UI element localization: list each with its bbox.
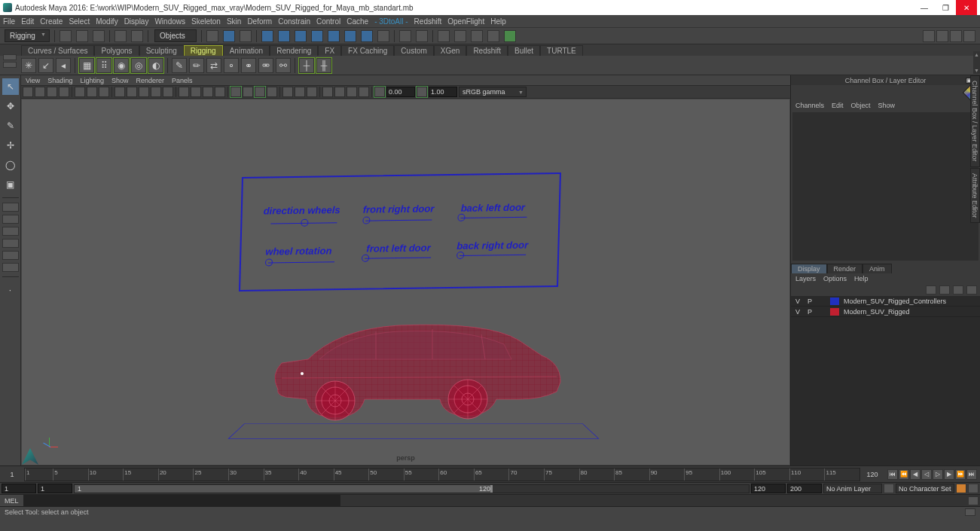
vp-ao-icon[interactable] [322, 87, 333, 97]
layout-single-icon[interactable] [2, 203, 19, 212]
layer-movedown-icon[interactable] [939, 285, 950, 294]
shelf-tab-redshift[interactable]: Redshift [466, 45, 508, 56]
le-menu-layers[interactable]: Layers [795, 275, 816, 282]
sel-by-object-icon[interactable] [223, 30, 235, 42]
playback-start-input[interactable]: 1 [38, 484, 72, 493]
vp-grease-pencil-icon[interactable] [87, 87, 97, 97]
vp-grid-icon[interactable] [99, 87, 109, 97]
layer-new-empty-icon[interactable] [953, 285, 963, 294]
shelf-tab-custom[interactable]: Custom [394, 45, 433, 56]
scale-tool-icon[interactable]: ▣ [2, 176, 19, 193]
vp-menu-renderer[interactable]: Renderer [136, 77, 164, 84]
menu-skin[interactable]: Skin [227, 17, 241, 26]
ipr-render-icon[interactable] [454, 30, 466, 42]
lock-selection-icon[interactable] [377, 30, 389, 42]
shelf-ikspline-icon[interactable]: ◂ [56, 58, 71, 73]
shelf-joint-icon[interactable]: ✳ [21, 58, 36, 73]
ctrl-slider-back-left-door[interactable] [460, 217, 527, 218]
snap-view-icon[interactable] [328, 30, 340, 42]
shelf-blend-icon[interactable]: ◐ [148, 58, 163, 73]
cb-menu-show[interactable]: Show [878, 102, 896, 109]
script-editor-icon[interactable] [968, 496, 978, 505]
shelf-paint-weights-icon[interactable]: ✏ [189, 58, 204, 73]
vp-gamma-input[interactable]: 1.00 [429, 87, 457, 97]
vp-2d-pan-icon[interactable] [75, 87, 85, 97]
layout-persp-outliner-icon[interactable] [2, 239, 19, 248]
le-menu-options[interactable]: Options [823, 275, 847, 282]
vp-xray-icon[interactable] [191, 87, 201, 97]
menu-control[interactable]: Control [316, 17, 340, 26]
vp-shadows-icon[interactable] [163, 87, 173, 97]
shelf-wire-icon[interactable]: ◎ [131, 58, 146, 73]
shelf-tab-bullet[interactable]: Bullet [508, 45, 540, 56]
playback-icon[interactable] [416, 30, 428, 42]
shelf-wrap-icon[interactable]: ◉ [114, 58, 129, 73]
vp-xray-joints-icon[interactable] [203, 87, 213, 97]
vp-smooth-shade-icon[interactable] [127, 87, 137, 97]
shelf-mirror-weights-icon[interactable]: ⇄ [206, 58, 221, 73]
menu-constrain[interactable]: Constrain [278, 17, 310, 26]
vp-exposure-icon[interactable] [374, 87, 385, 97]
shelf-humanik-icon[interactable]: ╫ [316, 58, 331, 73]
shelf-ik-icon[interactable]: ↙ [38, 58, 53, 73]
menu-modify[interactable]: Modify [96, 17, 118, 26]
snap-plane-icon[interactable] [311, 30, 323, 42]
ctrl-slider-front-left-door[interactable] [365, 257, 431, 258]
render-frame-icon[interactable] [438, 30, 450, 42]
toggle-channel-box-icon[interactable] [923, 30, 935, 42]
vp-poly-count-icon[interactable] [295, 87, 305, 97]
vp-gamma-icon[interactable] [417, 87, 427, 97]
menu-edit[interactable]: Edit [21, 17, 34, 26]
help-line-button-icon[interactable] [965, 508, 975, 516]
vp-select-camera-icon[interactable] [23, 87, 33, 97]
minimize-button[interactable]: — [914, 0, 935, 15]
shelf-constraint3-icon[interactable]: ⚮ [258, 58, 273, 73]
menu-display[interactable]: Display [124, 17, 149, 26]
vp-depth-of-field-icon[interactable] [359, 87, 369, 97]
go-to-start-icon[interactable]: ⏮ [887, 469, 898, 480]
vp-textured-icon[interactable] [139, 87, 149, 97]
layout-custom-icon[interactable] [2, 263, 19, 272]
vp-menu-view[interactable]: View [26, 77, 40, 84]
vp-safe-action-icon[interactable] [267, 87, 277, 97]
timeline-ruler[interactable]: 1510152025303540455055606570758085909510… [24, 468, 860, 481]
snap-grid-icon[interactable] [261, 30, 273, 42]
step-back-frame-icon[interactable]: ◀ [910, 469, 920, 480]
shelf-tab-rigging[interactable]: Rigging [184, 45, 223, 56]
redo-icon[interactable] [131, 30, 143, 42]
ground-plane-control[interactable] [227, 423, 599, 439]
character-set-selector[interactable]: No Character Set [896, 484, 954, 493]
step-back-key-icon[interactable]: ⏪ [899, 469, 909, 480]
side-tab-attribute-editor[interactable]: Attribute Editor [970, 168, 980, 224]
render-settings-icon[interactable] [471, 30, 483, 42]
vp-wire-on-shaded-icon[interactable] [282, 87, 293, 97]
go-to-end-icon[interactable]: ⏭ [966, 469, 977, 480]
layout-four-icon[interactable] [2, 215, 19, 224]
anim-start-input[interactable]: 1 [2, 484, 36, 493]
undo-icon[interactable] [114, 30, 127, 42]
layer-color-swatch[interactable] [830, 298, 839, 305]
shelf-tab-fxcaching[interactable]: FX Caching [341, 45, 394, 56]
vp-colorspace-selector[interactable]: sRGB gamma [459, 87, 527, 97]
menu-windows[interactable]: Windows [154, 17, 185, 26]
close-button[interactable]: ✕ [956, 0, 977, 15]
shelf-tab-animation[interactable]: Animation [223, 45, 270, 56]
layer-visibility-toggle[interactable]: V [794, 308, 801, 316]
select-tool-icon[interactable]: ↖ [2, 78, 19, 95]
shelf-bind-skin-icon[interactable]: ✎ [172, 58, 187, 73]
menu-redshift[interactable]: Redshift [414, 17, 442, 26]
le-menu-help[interactable]: Help [854, 275, 869, 282]
shelf-tab-xgen[interactable]: XGen [434, 45, 467, 56]
vp-joint-size-icon[interactable] [215, 87, 225, 97]
vp-menu-lighting[interactable]: Lighting [80, 77, 104, 84]
toggle-tool-settings-icon[interactable] [950, 30, 962, 42]
layer-row[interactable]: V P Modern_SUV_Rigged_Controllers [791, 296, 980, 307]
ctrl-slider-back-right-door[interactable] [459, 255, 526, 256]
toggle-layer-editor-icon[interactable] [936, 30, 948, 42]
anim-prefs-icon[interactable] [968, 484, 978, 493]
layer-playback-toggle[interactable]: P [806, 298, 814, 305]
time-slider[interactable]: 1 15101520253035404550556065707580859095… [0, 465, 980, 482]
vp-motion-blur-icon[interactable] [334, 87, 345, 97]
render-view-icon[interactable] [487, 30, 499, 42]
move-tool-icon[interactable]: ✢ [2, 137, 19, 154]
